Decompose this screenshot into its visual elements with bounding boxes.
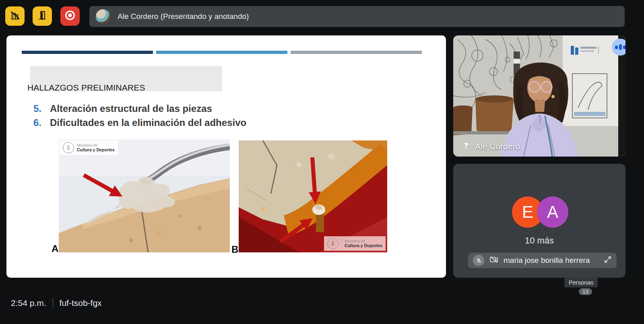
presenter-banner[interactable]: Ale Cordero (Presentando y anotando) xyxy=(89,6,625,27)
watermark-line1: Ministerio de xyxy=(345,239,382,243)
top-bar: Ale Cordero (Presentando y anotando) xyxy=(0,0,644,33)
camera-off-icon xyxy=(489,255,499,266)
door-tool-button[interactable] xyxy=(33,6,52,26)
list-item-number: 5. xyxy=(33,103,50,114)
ministry-watermark: Ministerio de Cultura y Deportes xyxy=(324,236,386,251)
participant-name: Ale Cordero xyxy=(475,142,520,151)
clock-time: 2:54 p.m. xyxy=(11,298,46,308)
presenter-avatar xyxy=(96,9,110,24)
shared-screen-presentation: HALLAZGOS PRELIMINARES 5. Alteración est… xyxy=(6,35,446,278)
figure-a-label: A xyxy=(52,243,58,254)
figure-b-label: B xyxy=(231,244,238,255)
video-tile-name-row: Ale Cordero xyxy=(462,141,520,152)
divider xyxy=(53,298,53,308)
active-speaker-name: maria jose bonilla herrera xyxy=(504,256,599,265)
participants-overflow-tile[interactable]: E A 10 más maria jose bonilla herrera xyxy=(453,164,625,278)
active-speaker-pill[interactable]: maria jose bonilla herrera xyxy=(468,253,617,268)
ministry-logo-icon xyxy=(327,238,339,249)
video-tile-ale-cordero[interactable]: Ale Cordero xyxy=(453,35,625,157)
door-open-icon xyxy=(37,10,48,23)
annotation-tool-button[interactable] xyxy=(5,6,25,26)
slide-bar-gray xyxy=(291,51,422,54)
slide-bar-blue xyxy=(156,51,287,54)
people-tooltip: Personas xyxy=(564,278,598,287)
record-tool-button[interactable] xyxy=(60,6,80,26)
watermark-line2: Cultura y Deportes xyxy=(345,243,382,248)
slide-figure-b: Ministerio de Cultura y Deportes xyxy=(239,140,387,252)
slide-decorative-bars xyxy=(22,51,422,54)
record-icon xyxy=(64,9,76,23)
ministry-watermark: Ministerio de Cultura y Deportes xyxy=(60,140,118,155)
figure-a-photo xyxy=(59,140,230,252)
mic-muted-icon xyxy=(473,255,484,266)
list-item-number: 6. xyxy=(33,117,50,128)
avatar: A xyxy=(537,196,568,228)
slide-bar-navy xyxy=(22,51,153,54)
people-count-badge: 13 xyxy=(579,288,592,295)
slide-numbered-list: 5. Alteración estructural de las piezas … xyxy=(33,103,246,128)
pin-icon xyxy=(462,141,470,152)
ministry-logo-icon xyxy=(63,142,74,153)
avatar-letter: E xyxy=(522,202,533,222)
list-item: 5. Alteración estructural de las piezas xyxy=(33,103,246,114)
more-participants-label: 10 más xyxy=(453,235,625,246)
webcam-video xyxy=(453,35,625,157)
building-slash-icon xyxy=(9,10,21,23)
meeting-info: 2:54 p.m. fuf-tsob-fgx xyxy=(11,282,102,324)
expand-icon[interactable] xyxy=(604,256,612,265)
meeting-code: fuf-tsob-fgx xyxy=(60,298,102,308)
audio-level-indicator-icon xyxy=(612,39,625,56)
list-item: 6. Dificultades en la eliminación del ad… xyxy=(33,117,246,128)
presenter-label: Ale Cordero (Presentando y anotando) xyxy=(118,12,249,21)
list-item-text: Alteración estructural de las piezas xyxy=(50,103,212,114)
figure-b-photo xyxy=(239,140,387,252)
slide-title: HALLAZGOS PRELIMINARES xyxy=(27,83,145,93)
list-item-text: Dificultades en la eliminación del adhes… xyxy=(50,117,246,128)
watermark-line1: Ministerio de xyxy=(77,143,115,147)
meeting-control-bar: 2:54 p.m. fuf-tsob-fgx ! ! xyxy=(0,282,644,324)
avatar-letter: A xyxy=(547,202,558,222)
slide-figure-a: Ministerio de Cultura y Deportes xyxy=(59,140,230,252)
watermark-line2: Cultura y Deportes xyxy=(77,147,115,152)
